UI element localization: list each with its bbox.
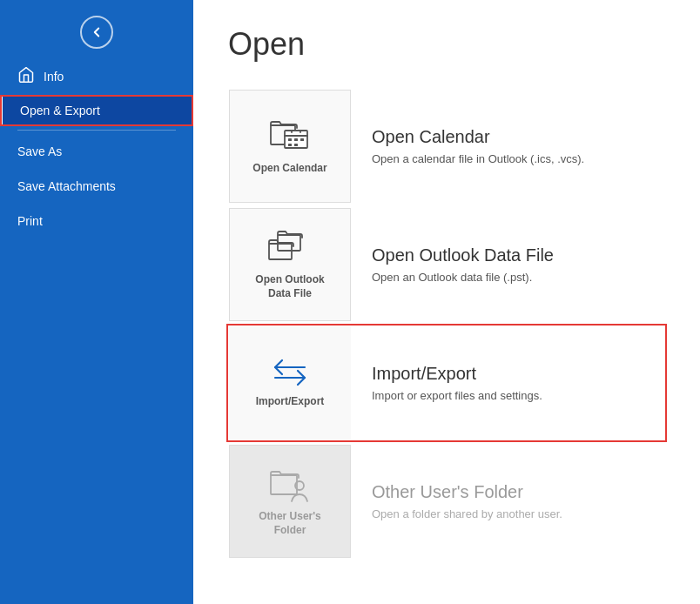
- sidebar-item-save-as[interactable]: Save As: [0, 134, 193, 169]
- open-outlook-data-icon-label: Open Outlook Data File: [255, 273, 324, 300]
- other-users-folder-info: Other User's Folder Open a folder shared…: [372, 482, 664, 520]
- other-users-folder-icon-box: Other User's Folder: [229, 445, 351, 558]
- import-export-icon-label: Import/Export: [256, 395, 325, 409]
- import-export-icon-box: Import/Export: [229, 326, 351, 440]
- option-card-open-calendar[interactable]: Open Calendar Open Calendar Open a calen…: [228, 89, 665, 204]
- other-users-folder-desc: Open a folder shared by another user.: [372, 507, 664, 520]
- sidebar-item-open-export-label: Open & Export: [20, 104, 100, 117]
- open-calendar-icon-box: Open Calendar: [229, 90, 351, 203]
- sidebar-item-print[interactable]: Print: [0, 204, 193, 238]
- sidebar-item-save-as-label: Save As: [17, 144, 62, 158]
- sidebar-item-save-attachments-label: Save Attachments: [17, 179, 116, 193]
- open-calendar-desc: Open a calendar file in Outlook (.ics, .…: [372, 152, 664, 165]
- sidebar-divider: [17, 130, 176, 131]
- option-card-open-outlook-data[interactable]: Open Outlook Data File Open Outlook Data…: [228, 207, 665, 322]
- sidebar-item-print-label: Print: [17, 214, 43, 228]
- sidebar-item-info[interactable]: Info: [0, 57, 193, 95]
- option-card-other-users-folder[interactable]: Other User's Folder Other User's Folder …: [228, 444, 665, 559]
- sidebar-item-info-label: Info: [44, 70, 64, 84]
- open-calendar-info: Open Calendar Open a calendar file in Ou…: [372, 127, 664, 165]
- open-outlook-data-icon-box: Open Outlook Data File: [229, 208, 351, 321]
- open-outlook-data-info: Open Outlook Data File Open an Outlook d…: [372, 245, 664, 284]
- page-title: Open: [228, 26, 665, 63]
- svg-rect-7: [300, 138, 304, 141]
- svg-rect-10: [269, 244, 292, 259]
- option-card-import-export[interactable]: Import/Export Import/Export Import or ex…: [228, 325, 665, 440]
- option-list: Open Calendar Open Calendar Open a calen…: [228, 89, 665, 559]
- svg-rect-6: [294, 138, 298, 141]
- home-icon: [17, 66, 35, 86]
- back-button[interactable]: [0, 0, 193, 57]
- sidebar-item-open-export[interactable]: Open & Export: [0, 95, 193, 126]
- import-export-info: Import/Export Import or export files and…: [372, 364, 664, 402]
- svg-rect-8: [288, 144, 292, 146]
- svg-rect-14: [271, 475, 297, 494]
- import-export-desc: Import or export files and settings.: [372, 389, 664, 402]
- open-calendar-name: Open Calendar: [372, 127, 664, 147]
- svg-rect-9: [294, 144, 298, 146]
- main-content: Open Open: [193, 0, 700, 604]
- sidebar: Info Open & Export Save As Save Attachme…: [0, 0, 193, 604]
- sidebar-item-save-attachments[interactable]: Save Attachments: [0, 169, 193, 204]
- import-export-name: Import/Export: [372, 364, 664, 384]
- open-outlook-data-name: Open Outlook Data File: [372, 245, 664, 265]
- svg-rect-5: [288, 138, 292, 141]
- other-users-folder-icon-label: Other User's Folder: [259, 510, 321, 537]
- open-calendar-icon-label: Open Calendar: [252, 162, 326, 176]
- other-users-folder-name: Other User's Folder: [372, 482, 664, 502]
- open-outlook-data-desc: Open an Outlook data file (.pst).: [372, 271, 664, 284]
